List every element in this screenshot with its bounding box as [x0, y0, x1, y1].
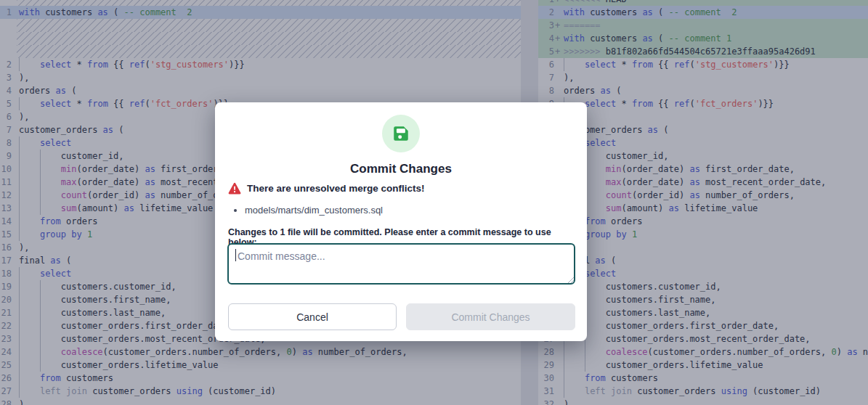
commit-changes-button[interactable]: Commit Changes: [406, 303, 575, 330]
cancel-button[interactable]: Cancel: [228, 303, 397, 330]
conflict-file-list: models/marts/dim_customers.sql: [228, 204, 574, 216]
dialog-title: Commit Changes: [215, 162, 587, 176]
save-icon: [382, 115, 420, 152]
merge-conflict-warning: There are unresolved merge conflicts!: [228, 182, 425, 195]
warning-text: There are unresolved merge conflicts!: [247, 183, 425, 194]
warning-icon: [228, 182, 241, 195]
text-cursor: [235, 249, 236, 261]
conflict-file-item: models/marts/dim_customers.sql: [245, 204, 574, 216]
commit-message-input[interactable]: [227, 243, 575, 285]
commit-changes-dialog: Commit Changes There are unresolved merg…: [215, 102, 587, 341]
app-window: 1with customers as ( -- comment 22 selec…: [0, 0, 868, 405]
